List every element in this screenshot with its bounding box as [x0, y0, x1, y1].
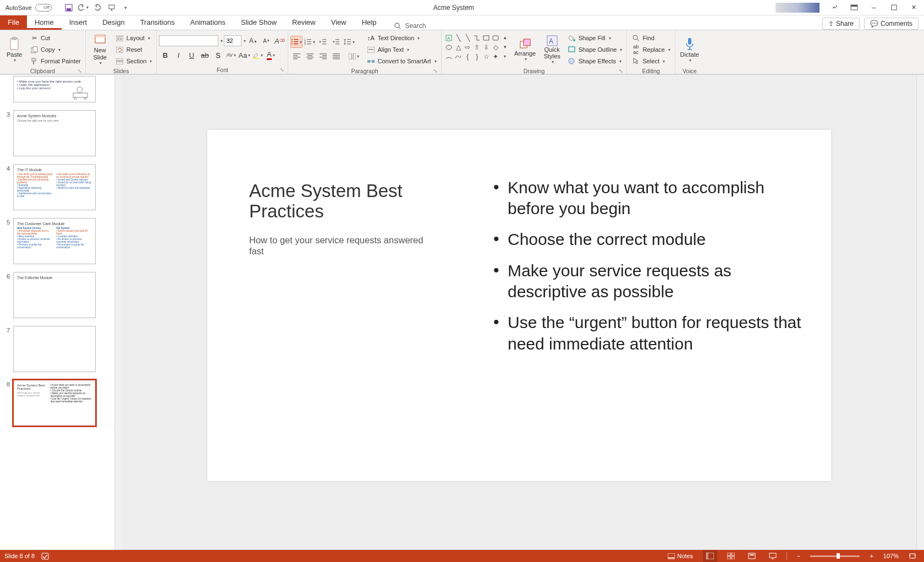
- tab-design[interactable]: Design: [95, 15, 132, 30]
- shape-more-up-icon[interactable]: ▲: [501, 34, 509, 42]
- shape-sparkle-icon[interactable]: ✦: [492, 52, 500, 61]
- grow-font-button[interactable]: A▲: [247, 35, 259, 47]
- new-slide-button[interactable]: New Slide▾: [88, 32, 112, 67]
- thumbnail-item[interactable]: 5The Customer Care ModuleNew System (Acm…: [0, 217, 114, 271]
- share-button[interactable]: ⇪Share: [822, 18, 860, 30]
- shape-line-icon[interactable]: ╲: [454, 34, 463, 42]
- highlight-button[interactable]: ▾: [251, 49, 263, 61]
- dictate-button[interactable]: Dictate▾: [678, 32, 702, 67]
- thumbnail-item[interactable]: • Make sure you have the right access co…: [0, 75, 114, 109]
- text-direction-button[interactable]: ↕AText Direction▾: [364, 32, 438, 43]
- reading-view-button[interactable]: [745, 550, 759, 562]
- shape-arrow-right-icon[interactable]: ⇨: [464, 43, 472, 51]
- character-spacing-button[interactable]: AV▾: [225, 49, 237, 61]
- text-shadow-button[interactable]: S: [212, 49, 224, 61]
- line-spacing-button[interactable]: ▾: [343, 36, 355, 48]
- shape-more-down-icon[interactable]: ▼: [501, 43, 509, 51]
- comments-button[interactable]: 💬Comments: [864, 18, 919, 30]
- close-button[interactable]: ✕: [904, 1, 923, 14]
- font-size-input[interactable]: [224, 35, 241, 46]
- clear-formatting-button[interactable]: A⌫: [273, 35, 285, 47]
- slide-thumbnails-panel[interactable]: • Make sure you have the right access co…: [0, 75, 114, 550]
- coming-soon-icon[interactable]: [825, 1, 844, 14]
- tab-transitions[interactable]: Transitions: [133, 15, 183, 30]
- columns-button[interactable]: ▾: [348, 50, 360, 62]
- shape-curve-icon[interactable]: [454, 52, 463, 61]
- shrink-font-button[interactable]: A▼: [260, 35, 272, 47]
- copy-button[interactable]: Copy▾: [28, 44, 83, 55]
- arrange-button[interactable]: Arrange▾: [512, 32, 539, 67]
- shape-arc-icon[interactable]: [445, 52, 453, 61]
- slideshow-button[interactable]: [766, 550, 780, 562]
- current-slide[interactable]: Acme System Best Practices How to get yo…: [207, 130, 831, 481]
- tab-view[interactable]: View: [323, 15, 354, 30]
- slide-counter[interactable]: Slide 8 of 8: [4, 553, 35, 559]
- shape-textbox-icon[interactable]: A: [445, 34, 453, 42]
- tab-slide-show[interactable]: Slide Show: [233, 15, 284, 30]
- maximize-button[interactable]: [884, 1, 903, 14]
- shape-arrow-up-icon[interactable]: ⇧: [473, 43, 481, 51]
- thumbnail-slide[interactable]: [13, 326, 96, 372]
- italic-button[interactable]: I: [172, 49, 184, 61]
- shape-expand-icon[interactable]: ▾: [501, 52, 509, 61]
- paragraph-dialog-launcher[interactable]: ⤡: [433, 68, 438, 74]
- section-button[interactable]: Section▾: [113, 56, 155, 67]
- drawing-dialog-launcher[interactable]: ⤡: [619, 68, 623, 74]
- thumbnail-slide[interactable]: • Make sure you have the right access co…: [13, 76, 96, 102]
- thumbnail-slide[interactable]: The Customer Care ModuleNew System (Acme…: [13, 218, 96, 264]
- zoom-level[interactable]: 107%: [883, 553, 899, 559]
- bold-button[interactable]: B: [159, 49, 171, 61]
- shape-star-icon[interactable]: ☆: [482, 52, 491, 61]
- thumbnail-slide[interactable]: Acme System Best PracticesHow to get you…: [13, 380, 96, 426]
- shape-diamond-icon[interactable]: ◇: [492, 43, 500, 51]
- spellcheck-icon[interactable]: [41, 553, 49, 560]
- paste-button[interactable]: Paste▾: [2, 32, 26, 67]
- shape-brace-l-icon[interactable]: {: [464, 52, 472, 61]
- font-color-button[interactable]: A▾: [265, 49, 277, 61]
- cut-button[interactable]: ✂Cut: [28, 32, 83, 43]
- present-from-beginning-button[interactable]: [106, 2, 118, 14]
- align-center-button[interactable]: [304, 50, 316, 62]
- zoom-in-button[interactable]: +: [866, 550, 876, 562]
- ribbon-display-button[interactable]: [845, 1, 864, 14]
- bullets-button[interactable]: ▾: [290, 36, 302, 48]
- shape-oval-icon[interactable]: [445, 43, 453, 51]
- reset-button[interactable]: Reset: [113, 44, 155, 55]
- redo-button[interactable]: [91, 2, 103, 14]
- shape-effects-button[interactable]: Shape Effects▾: [565, 56, 625, 67]
- slide-title-placeholder[interactable]: Acme System Best Practices: [249, 181, 431, 222]
- editor-scrollbar[interactable]: [916, 75, 924, 550]
- tab-help[interactable]: Help: [354, 15, 384, 30]
- select-button[interactable]: Select▾: [629, 56, 672, 67]
- tab-insert[interactable]: Insert: [62, 15, 95, 30]
- tab-animations[interactable]: Animations: [183, 15, 233, 30]
- numbering-button[interactable]: 123▾: [304, 36, 316, 48]
- underline-button[interactable]: U: [185, 49, 197, 61]
- slide-sorter-button[interactable]: [724, 550, 738, 562]
- slide-content-placeholder[interactable]: Know what you want to accomplish before …: [493, 177, 801, 365]
- undo-button[interactable]: ▾: [77, 2, 89, 14]
- thumbnail-slide[interactable]: The Editorial Module: [13, 272, 96, 318]
- format-painter-button[interactable]: Format Painter: [28, 56, 83, 67]
- change-case-button[interactable]: Aa▾: [238, 49, 250, 61]
- fit-to-window-button[interactable]: [905, 550, 920, 562]
- shape-line2-icon[interactable]: ╲: [464, 34, 472, 42]
- tab-home[interactable]: Home: [27, 15, 62, 30]
- layout-button[interactable]: Layout▾: [113, 32, 155, 43]
- convert-smartart-button[interactable]: Convert to SmartArt▾: [364, 56, 438, 67]
- shape-connector-icon[interactable]: [473, 34, 481, 42]
- thumbnail-item[interactable]: 8Acme System Best PracticesHow to get yo…: [0, 379, 114, 433]
- thumbnail-item[interactable]: 6The Editorial Module: [0, 271, 114, 325]
- notes-button[interactable]: Notes: [664, 550, 696, 562]
- clipboard-dialog-launcher[interactable]: ⤡: [78, 68, 82, 74]
- thumbnail-item[interactable]: 3Acme System ModulesChoose the right one…: [0, 109, 114, 163]
- quick-styles-button[interactable]: A Quick Styles▾: [540, 32, 564, 67]
- autosave-switch[interactable]: Off: [35, 4, 52, 12]
- qat-more-button[interactable]: ▾: [120, 2, 132, 14]
- justify-button[interactable]: [330, 50, 342, 62]
- decrease-indent-button[interactable]: [317, 36, 329, 48]
- align-left-button[interactable]: [290, 50, 302, 62]
- find-button[interactable]: Find: [629, 32, 672, 43]
- shape-arrow-down-icon[interactable]: ⇩: [482, 43, 491, 51]
- replace-button[interactable]: abacReplace▾: [629, 44, 672, 55]
